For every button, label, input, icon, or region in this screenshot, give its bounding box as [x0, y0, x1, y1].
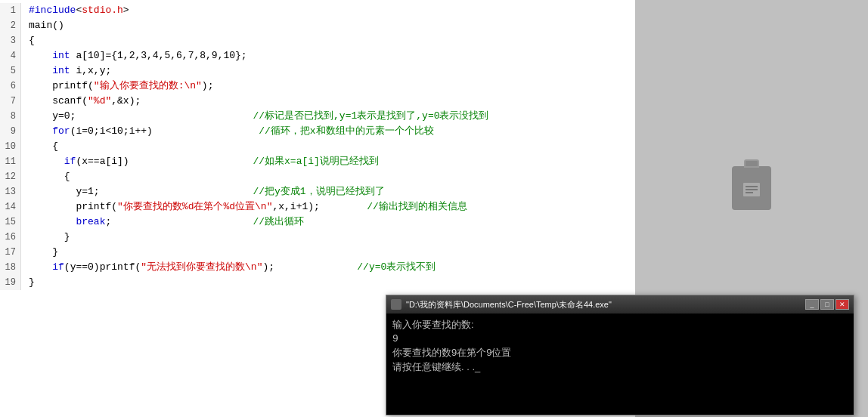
cmd-icon [391, 299, 401, 310]
code-line-12: 12 { [0, 169, 635, 184]
code-line-17: 17 } [0, 245, 635, 260]
code-line-11: 11 if(x==a[i]) //如果x=a[i]说明已经找到 [0, 154, 635, 169]
line-number-10: 10 [0, 139, 21, 154]
line-number-8: 8 [0, 109, 21, 124]
line-content-17: } [21, 245, 58, 260]
code-line-19: 19 } [0, 275, 635, 290]
line-number-5: 5 [0, 63, 21, 79]
minimize-button[interactable]: _ [805, 299, 819, 310]
line-number-15: 15 [0, 215, 21, 230]
code-line-9: 9 for(i=0;i<10;i++) //循环，把x和数组中的元素一个个比较 [0, 124, 635, 139]
code-line-4: 4 int a[10]={1,2,3,4,5,6,7,8,9,10}; [0, 48, 635, 63]
line-number-6: 6 [0, 79, 21, 94]
code-line-13: 13 y=1; //把y变成1，说明已经找到了 [0, 184, 635, 199]
cmd-output-line-2: 9 [392, 332, 848, 346]
line-content-2: main() [21, 18, 64, 33]
line-number-9: 9 [0, 124, 21, 139]
code-line-14: 14 printf("你要查找的数%d在第个%d位置\n",x,i+1); //… [0, 199, 635, 215]
line-number-7: 7 [0, 94, 21, 109]
line-content-8: y=0; //标记是否已找到,y=1表示是找到了,y=0表示没找到 [21, 109, 488, 124]
line-content-15: break; //跳出循环 [21, 215, 304, 230]
code-line-1: 1 #include<stdio.h> [0, 3, 635, 18]
code-line-7: 7 scanf("%d",&x); [0, 94, 635, 109]
line-content-6: printf("输入你要查找的数:\n"); [21, 79, 213, 94]
cmd-body: 输入你要查找的数: 9 你要查找的数9在第个9位置 请按任意键继续. . ._ [386, 314, 854, 415]
line-content-12: { [21, 169, 70, 184]
line-number-14: 14 [0, 199, 21, 215]
code-line-3: 3 { [0, 33, 635, 48]
cmd-controls: _ □ ✕ [805, 299, 849, 310]
svg-rect-3 [746, 192, 753, 193]
code-line-18: 18 if(y==0)printf("无法找到你要查找的数\n"); //y=0… [0, 260, 635, 275]
line-content-7: scanf("%d",&x); [21, 94, 141, 109]
line-number-19: 19 [0, 275, 21, 290]
close-button[interactable]: ✕ [835, 299, 849, 310]
code-line-8: 8 y=0; //标记是否已找到,y=1表示是找到了,y=0表示没找到 [0, 109, 635, 124]
line-number-11: 11 [0, 154, 21, 169]
cmd-output-line-1: 输入你要查找的数: [392, 318, 848, 332]
line-number-12: 12 [0, 169, 21, 184]
code-line-5: 5 int i,x,y; [0, 63, 635, 79]
cmd-title-text: "D:\我的资料库\Documents\C-Free\Temp\未命名44.ex… [406, 299, 801, 310]
line-number-1: 1 [0, 3, 21, 18]
line-number-18: 18 [0, 260, 21, 275]
line-content-13: y=1; //把y变成1，说明已经找到了 [21, 184, 385, 199]
maximize-button[interactable]: □ [820, 299, 834, 310]
clipboard-svg [740, 177, 763, 199]
code-line-10: 10 { [0, 139, 635, 154]
line-content-10: { [21, 139, 58, 154]
line-number-2: 2 [0, 18, 21, 33]
line-number-17: 17 [0, 245, 21, 260]
line-content-16: } [21, 230, 70, 245]
line-content-4: int a[10]={1,2,3,4,5,6,7,8,9,10}; [21, 48, 247, 63]
line-number-4: 4 [0, 48, 21, 63]
code-lines: 1 #include<stdio.h> 2 main() 3 { 4 int a… [0, 0, 635, 293]
line-content-5: int i,x,y; [21, 63, 111, 79]
svg-rect-2 [746, 189, 758, 190]
code-line-16: 16 } [0, 230, 635, 245]
clipboard-icon [732, 166, 771, 210]
line-content-18: if(y==0)printf("无法找到你要查找的数\n"); //y=0表示找… [21, 260, 436, 275]
cmd-window[interactable]: "D:\我的资料库\Documents\C-Free\Temp\未命名44.ex… [386, 295, 854, 415]
cmd-output-line-4: 请按任意键继续. . ._ [392, 360, 848, 375]
svg-rect-1 [746, 186, 758, 187]
line-content-11: if(x==a[i]) //如果x=a[i]说明已经找到 [21, 154, 379, 169]
line-number-3: 3 [0, 33, 21, 48]
line-number-16: 16 [0, 230, 21, 245]
cmd-output-line-3: 你要查找的数9在第个9位置 [392, 346, 848, 360]
code-line-2: 2 main() [0, 18, 635, 33]
cmd-titlebar: "D:\我的资料库\Documents\C-Free\Temp\未命名44.ex… [386, 295, 854, 314]
code-line-6: 6 printf("输入你要查找的数:\n"); [0, 79, 635, 94]
line-content-14: printf("你要查找的数%d在第个%d位置\n",x,i+1); //输出找… [21, 199, 467, 215]
line-number-13: 13 [0, 184, 21, 199]
line-content-3: { [21, 33, 35, 48]
code-line-15: 15 break; //跳出循环 [0, 215, 635, 230]
line-content-9: for(i=0;i<10;i++) //循环，把x和数组中的元素一个个比较 [21, 124, 434, 139]
line-content-1: #include<stdio.h> [21, 3, 129, 18]
line-content-19: } [21, 275, 35, 290]
